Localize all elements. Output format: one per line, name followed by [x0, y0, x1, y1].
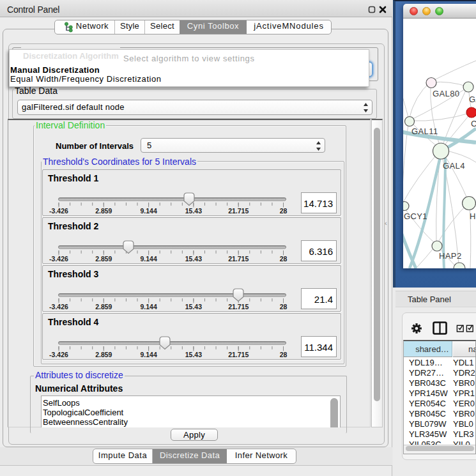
svg-text:2.859: 2.859 — [95, 303, 112, 311]
svg-text:9.144: 9.144 — [140, 207, 157, 215]
svg-text:9.144: 9.144 — [140, 255, 157, 263]
svg-text:GAL80: GAL80 — [433, 89, 459, 98]
svg-text:9.144: 9.144 — [140, 351, 157, 358]
svg-text:15.43: 15.43 — [185, 351, 202, 358]
svg-text:-3.426: -3.426 — [49, 255, 68, 263]
svg-text:C: C — [471, 119, 476, 128]
svg-text:-3.426: -3.426 — [49, 351, 68, 358]
svg-text:15.43: 15.43 — [185, 255, 202, 263]
svg-text:21.715: 21.715 — [228, 207, 249, 215]
svg-text:9.144: 9.144 — [140, 303, 157, 311]
svg-text:GA: GA — [469, 95, 476, 104]
svg-text:HAP2: HAP2 — [439, 251, 462, 261]
svg-text:-3.426: -3.426 — [49, 207, 68, 215]
svg-text:28: 28 — [280, 255, 288, 263]
svg-text:28: 28 — [280, 207, 288, 215]
svg-text:15.43: 15.43 — [185, 303, 202, 311]
svg-text:-3.426: -3.426 — [49, 303, 68, 311]
svg-text:2.859: 2.859 — [95, 255, 112, 263]
svg-text:21.715: 21.715 — [228, 255, 249, 263]
svg-text:21.715: 21.715 — [228, 303, 249, 311]
svg-text:2.859: 2.859 — [95, 207, 112, 215]
svg-text:GCY1: GCY1 — [404, 211, 427, 221]
svg-text:21.715: 21.715 — [228, 351, 249, 358]
svg-text:28: 28 — [280, 351, 288, 358]
svg-text:28: 28 — [280, 303, 288, 311]
svg-text:H: H — [470, 211, 476, 221]
svg-text:GAL4: GAL4 — [443, 161, 465, 171]
svg-text:GAL11: GAL11 — [411, 127, 438, 136]
svg-text:2.859: 2.859 — [95, 351, 112, 358]
svg-text:15.43: 15.43 — [185, 207, 202, 215]
